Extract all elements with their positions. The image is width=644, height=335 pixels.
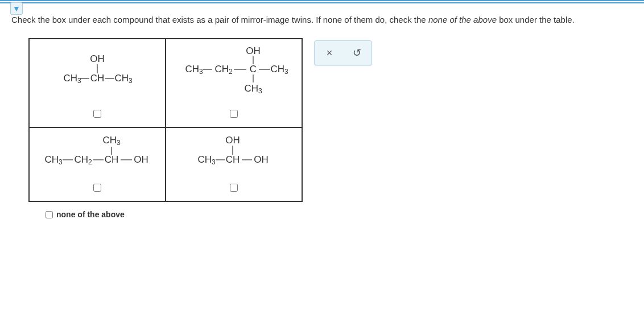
svg-text:CH2: CH2 xyxy=(74,154,92,166)
svg-text:CH: CH xyxy=(105,154,119,165)
compound-2-checkbox[interactable] xyxy=(230,110,238,118)
compound-cell-2: OH CH3 CH2 C CH3 CH3 xyxy=(166,39,302,127)
chevron-down-icon: ▼ xyxy=(13,5,20,13)
svg-text:CH3: CH3 xyxy=(185,64,203,76)
instruction-text: Check the box under each compound that e… xyxy=(11,15,633,24)
structure-2: OH CH3 CH2 C CH3 CH3 xyxy=(177,46,291,100)
svg-text:C: C xyxy=(250,64,257,75)
svg-text:CH: CH xyxy=(90,73,105,84)
compound-4-checkbox[interactable] xyxy=(230,184,238,192)
compound-3-checkbox[interactable] xyxy=(93,184,101,192)
svg-text:CH3: CH3 xyxy=(63,73,81,85)
reset-icon: ↺ xyxy=(353,47,361,59)
control-panel: × ↺ xyxy=(314,40,372,65)
none-of-above-row: none of the above xyxy=(46,210,303,219)
svg-text:CH3: CH3 xyxy=(244,83,262,95)
compound-grid: OH CH3 CH CH3 xyxy=(28,38,303,202)
svg-text:CH3: CH3 xyxy=(197,154,216,166)
compound-1-svg: OH CH3 CH CH3 xyxy=(57,53,137,93)
svg-text:OH: OH xyxy=(246,46,261,56)
svg-text:CH3: CH3 xyxy=(114,73,133,85)
structure-1: OH CH3 CH CH3 xyxy=(57,46,137,100)
compound-3-svg: CH3 CH3 CH2 CH OH xyxy=(38,135,157,173)
svg-text:CH3: CH3 xyxy=(270,64,288,76)
structure-4: OH CH3 CH OH xyxy=(188,135,279,173)
compound-cell-3: CH3 CH3 CH2 CH OH xyxy=(29,127,166,201)
compound-2-svg: OH CH3 CH2 C CH3 CH3 xyxy=(177,46,291,100)
close-button[interactable]: × xyxy=(316,42,343,64)
svg-text:CH: CH xyxy=(226,154,240,165)
reset-button[interactable]: ↺ xyxy=(343,42,370,64)
close-icon: × xyxy=(327,47,333,59)
none-of-above-checkbox[interactable] xyxy=(46,211,53,218)
compound-cell-1: OH CH3 CH CH3 xyxy=(29,39,166,127)
svg-text:OH: OH xyxy=(90,53,105,64)
compound-1-checkbox[interactable] xyxy=(93,110,101,118)
compound-cell-4: OH CH3 CH OH xyxy=(166,127,302,201)
svg-text:CH3: CH3 xyxy=(102,135,121,147)
compound-4-svg: OH CH3 CH OH xyxy=(188,135,279,173)
structure-3: CH3 CH3 CH2 CH OH xyxy=(38,135,157,173)
svg-text:OH: OH xyxy=(254,154,269,165)
svg-text:CH2: CH2 xyxy=(214,64,233,76)
svg-text:OH: OH xyxy=(134,154,148,165)
svg-text:CH3: CH3 xyxy=(44,154,63,166)
none-of-above-label: none of the above xyxy=(56,210,125,219)
svg-text:OH: OH xyxy=(225,135,240,146)
collapse-button[interactable]: ▼ xyxy=(10,2,23,15)
